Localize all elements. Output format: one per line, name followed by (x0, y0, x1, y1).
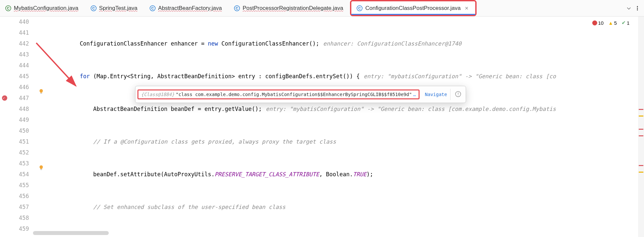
tab-configuration-class-post-processor[interactable]: C ConfigurationClassPostProcessor.java ✕ (350, 0, 476, 16)
editor-tabs-bar: C MybatisConfiguration.java C SpringTest… (0, 0, 644, 17)
code-line[interactable]: // If a @Configuration class gets proxie… (51, 136, 644, 147)
line-number[interactable]: 455 (0, 180, 29, 191)
tabs-right-controls (626, 0, 644, 16)
tab-abstract-bean-factory[interactable]: C AbstractBeanFactory.java (144, 0, 229, 16)
svg-point-10 (637, 6, 638, 7)
code-line[interactable]: AbstractBeanDefinition beanDef = entry.g… (51, 104, 644, 115)
tab-spring-test[interactable]: C SpringTest.java (85, 0, 144, 16)
separator (450, 89, 451, 100)
error-stripe-mark[interactable] (639, 116, 643, 117)
inspection-status[interactable]: 10 ▲5 ✔1 (590, 19, 631, 26)
svg-text:C: C (236, 6, 238, 10)
line-number[interactable]: 449 (0, 115, 29, 125)
tooltip-value-box: {Class@1884} "class com.example.demo.con… (137, 89, 420, 99)
line-number[interactable]: 456 (0, 191, 29, 202)
class-icon: C (5, 5, 11, 11)
code-line[interactable]: Class<?> configClass = beanDef.getBeanCl… (51, 234, 644, 237)
tooltip-ellipsis[interactable]: … (413, 92, 416, 97)
tab-label: PostProcessorRegistrationDelegate.java (243, 5, 343, 12)
class-icon: C (91, 5, 97, 11)
error-icon (592, 20, 597, 25)
line-number[interactable]: 450 (0, 125, 29, 136)
error-stripe-mark[interactable] (639, 129, 643, 130)
svg-point-12 (637, 9, 638, 10)
tab-label: SpringTest.java (99, 5, 137, 12)
chevron-down-icon[interactable] (626, 6, 631, 11)
svg-point-11 (637, 8, 638, 9)
svg-text:C: C (7, 6, 10, 10)
svg-text:!: ! (457, 92, 459, 96)
class-icon: C (357, 5, 363, 11)
line-number[interactable]: 441 (0, 27, 29, 38)
horizontal-scrollbar[interactable] (33, 231, 109, 235)
code-content[interactable]: ConfigurationClassEnhancer enhancer = ne… (51, 17, 644, 237)
line-number[interactable]: 446 (0, 82, 29, 93)
inline-debug-hint: enhancer: ConfigurationClassEnhancer@174… (323, 40, 462, 47)
line-number[interactable]: 443 (0, 49, 29, 60)
line-number[interactable]: 458 (0, 213, 29, 223)
check-icon: ✔ (622, 20, 626, 26)
tooltip-type: {Class@1884} (141, 92, 174, 97)
tab-label: AbstractBeanFactory.java (158, 5, 222, 12)
breakpoint-icon[interactable] (2, 95, 7, 101)
code-line[interactable]: ConfigurationClassEnhancer enhancer = ne… (51, 38, 644, 49)
svg-rect-14 (41, 169, 42, 170)
line-number[interactable]: 448 (0, 104, 29, 115)
line-number-gutter[interactable]: 4404414424434444454464474484494504514524… (0, 17, 33, 237)
class-icon: C (234, 5, 240, 11)
line-number[interactable]: 442 (0, 38, 29, 49)
errors-count[interactable]: 10 (592, 20, 604, 26)
code-editor[interactable]: 4404414424434444454464474484494504514524… (0, 17, 644, 237)
line-number[interactable]: 447 (0, 93, 29, 104)
inline-debug-hint: entry: "mybatisConfiguration" -> "Generi… (266, 106, 556, 112)
svg-text:C: C (151, 6, 154, 10)
error-stripe[interactable] (638, 17, 644, 237)
intention-bulb-column (33, 17, 51, 237)
error-stripe-mark[interactable] (639, 165, 643, 166)
tooltip-value: "class com.example.demo.config.MybatisCo… (176, 92, 412, 97)
code-line[interactable]: // Set enhanced subclass of the user-spe… (51, 202, 644, 213)
class-icon: C (150, 5, 156, 11)
tab-label: ConfigurationClassPostProcessor.java (365, 5, 460, 12)
warnings-count[interactable]: ▲5 (608, 20, 617, 26)
inline-debug-hint: entry: "mybatisConfiguration" -> "Generi… (364, 73, 556, 80)
close-icon[interactable]: ✕ (465, 6, 469, 11)
line-number[interactable]: 453 (0, 158, 29, 169)
warning-icon: ▲ (608, 20, 613, 26)
ok-count[interactable]: ✔1 (622, 20, 629, 26)
line-number[interactable]: 440 (0, 17, 29, 27)
line-number[interactable]: 444 (0, 60, 29, 71)
code-line[interactable]: for (Map.Entry<String, AbstractBeanDefin… (51, 71, 644, 82)
line-number[interactable]: 451 (0, 136, 29, 147)
error-stripe-mark[interactable] (639, 172, 643, 173)
tab-label: MybatisConfiguration.java (14, 5, 78, 12)
svg-text:C: C (358, 6, 361, 10)
line-number[interactable]: 452 (0, 147, 29, 158)
tooltip-navigate-link[interactable]: Navigate (425, 92, 447, 97)
error-stripe-mark[interactable] (639, 109, 643, 110)
tooltip-info-icon[interactable]: ! (455, 91, 461, 98)
intention-bulb-icon[interactable] (38, 165, 44, 171)
svg-rect-13 (41, 93, 42, 94)
line-number[interactable]: 445 (0, 71, 29, 82)
tab-post-processor-registration-delegate[interactable]: C PostProcessorRegistrationDelegate.java (229, 0, 350, 16)
kebab-menu-icon[interactable] (635, 6, 640, 11)
svg-text:C: C (92, 6, 95, 10)
error-stripe-mark[interactable] (639, 135, 643, 136)
intention-bulb-icon[interactable] (38, 88, 44, 94)
line-number[interactable]: 457 (0, 202, 29, 213)
tab-mybatis-configuration[interactable]: C MybatisConfiguration.java (0, 0, 85, 16)
debug-value-tooltip[interactable]: {Class@1884} "class com.example.demo.con… (135, 86, 466, 103)
line-number[interactable]: 459 (0, 223, 29, 234)
line-number[interactable]: 454 (0, 169, 29, 180)
code-line[interactable]: beanDef.setAttribute(AutoProxyUtils.PRES… (51, 169, 644, 180)
